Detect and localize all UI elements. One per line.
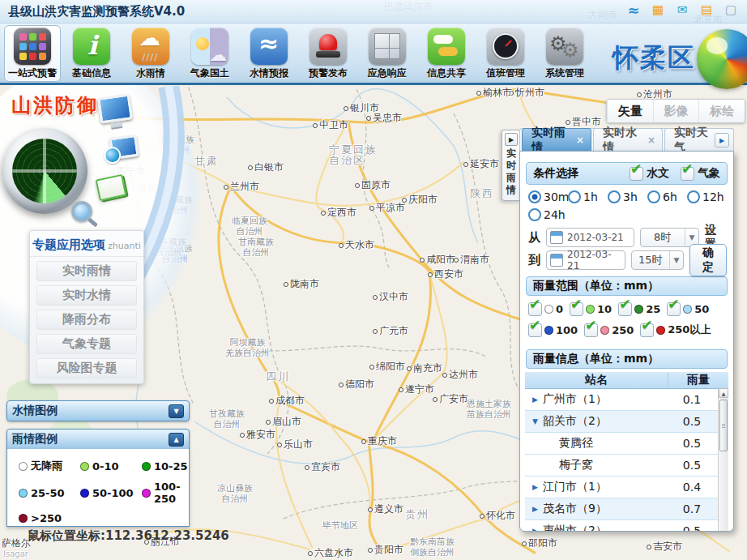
expand-arrow-icon[interactable]: ▶	[532, 395, 543, 404]
station-row[interactable]: ▼ 韶关市（2） 0.5	[525, 411, 728, 433]
rain-range-checkbox[interactable]: ✔50	[667, 301, 709, 317]
expand-arrow-icon[interactable]: ▶	[532, 527, 543, 532]
scroll-up-icon[interactable]: ▲	[719, 388, 728, 398]
map-label: 宁夏回族 自治区	[329, 144, 378, 165]
station-row[interactable]: 黄腾径 0.5	[525, 433, 728, 455]
confirm-button[interactable]: 确定	[689, 244, 727, 276]
checkbox-box[interactable]: ✔	[640, 323, 654, 337]
from-date-input[interactable]: 2012-03-21	[546, 228, 634, 247]
map-type-option[interactable]: 影像	[653, 100, 699, 122]
panel-tab[interactable]: 实时水情×	[593, 128, 663, 151]
dropdown-arrow-icon[interactable]: ▼	[669, 251, 683, 269]
rain-range-checkbox[interactable]: ✔0	[528, 301, 563, 317]
topic-menu-item[interactable]: 风险图专题	[36, 358, 137, 378]
panel-collapse-tab[interactable]: ▶ 实时雨情	[502, 130, 520, 201]
condition-checkbox[interactable]: ✔水文	[630, 166, 669, 181]
station-row[interactable]: ▶ 惠州市（2） 0.5	[525, 520, 728, 532]
rain-range-checkbox[interactable]: ✔250以上	[640, 322, 711, 338]
map-label: 庆阳市	[402, 195, 438, 205]
map-label: 吉安市	[647, 541, 682, 552]
toolbar-button[interactable]: 系统管理	[536, 25, 593, 82]
collapse-down-icon[interactable]: ▼	[169, 404, 184, 418]
tab-scroll-right-icon[interactable]: ▶	[715, 133, 729, 147]
map-type-option[interactable]: 矢量	[607, 100, 653, 122]
monitor-icon[interactable]	[97, 93, 133, 123]
globe-computer-icon[interactable]	[109, 135, 139, 160]
duration-radio[interactable]: 3h	[608, 189, 647, 205]
duration-radio[interactable]: 30min	[528, 189, 568, 205]
duration-radio[interactable]: 1h	[568, 189, 608, 205]
station-row[interactable]: ▶ 茂名市（9） 0.7	[525, 498, 728, 520]
topic-menu-header: 专题应用选项zhuanti	[30, 234, 143, 257]
map-type-option[interactable]: 标绘	[698, 100, 745, 122]
toolbar-button[interactable]: 值班管理	[477, 25, 534, 82]
rain-range-section-bar: 雨量范围（单位：mm）	[526, 276, 728, 296]
toolbar-button[interactable]: 水情预报	[241, 25, 297, 82]
magnifier-icon[interactable]	[71, 201, 92, 222]
expand-arrow-icon[interactable]: ▼	[532, 417, 543, 425]
condition-checkbox[interactable]: ✔气象	[681, 166, 720, 181]
checkbox-box[interactable]: ✔	[528, 323, 542, 337]
checkbox-box[interactable]: ✔	[528, 302, 542, 316]
toolbar-button[interactable]: 信息共享	[418, 25, 475, 82]
checkbox-box[interactable]: ✔	[681, 167, 694, 181]
tab-close-icon[interactable]: ×	[576, 135, 584, 146]
water-legend-header[interactable]: 水情图例 ▼	[6, 400, 190, 421]
radio-icon	[608, 190, 621, 203]
map-label: 忻州市	[509, 88, 544, 98]
rain-legend-header[interactable]: 雨情图例 ▲	[6, 429, 190, 450]
radio-label: 12h	[702, 190, 724, 203]
toolbar-button[interactable]: 预警发布	[300, 25, 356, 82]
titlebar-icon[interactable]	[698, 2, 715, 17]
titlebar-icon[interactable]	[723, 2, 739, 17]
map-label: 毕节地区	[322, 520, 358, 531]
map-label: 中卫市	[313, 120, 348, 130]
rain-range-checkbox[interactable]: ✔25	[618, 301, 660, 317]
rain-range-checkbox[interactable]: ✔100	[528, 322, 578, 338]
topic-menu-item[interactable]: 实时雨情	[36, 261, 137, 281]
checkbox-box[interactable]: ✔	[570, 302, 583, 316]
panel-tab[interactable]: 实时雨情×	[522, 128, 591, 151]
toolbar-button[interactable]: 气象国土	[181, 25, 238, 82]
topic-menu-item[interactable]: 实时水情	[36, 285, 137, 306]
to-hour-select[interactable]: 15时▼	[631, 250, 684, 270]
rain-range-checkbox[interactable]: ✔250	[584, 322, 634, 338]
map-label: 吴忠市	[366, 113, 402, 123]
expand-arrow-icon[interactable]: ▶	[505, 133, 518, 146]
map-label: 西安市	[428, 269, 463, 280]
duration-radio[interactable]: 24h	[528, 207, 568, 223]
rainfall-value: 0.1	[668, 393, 715, 406]
scrollbar-thumb[interactable]	[719, 400, 728, 451]
expand-arrow-icon[interactable]: ▶	[532, 483, 543, 491]
station-row[interactable]: ▶ 广州市（1） 0.1	[525, 389, 728, 411]
checkbox-box[interactable]: ✔	[618, 302, 632, 316]
checkbox-box[interactable]: ✔	[584, 323, 598, 337]
table-scrollbar[interactable]: ▲ ▼	[718, 388, 728, 532]
legend-item: 无降雨	[19, 459, 80, 473]
rain-range-checkbox[interactable]: ✔10	[570, 301, 612, 317]
to-date-input[interactable]: 2012-03-21	[546, 250, 625, 270]
toolbar-button[interactable]: 应急响应	[359, 25, 416, 82]
rainfall-value: 0.5	[668, 437, 715, 450]
duration-radio[interactable]: 6h	[647, 189, 687, 205]
topic-menu-item[interactable]: 降雨分布	[36, 310, 137, 330]
topic-menu-item[interactable]: 气象专题	[36, 334, 137, 354]
calendar-icon[interactable]	[550, 254, 563, 267]
toolbar-button[interactable]: 一站式预警	[4, 25, 61, 82]
titlebar-icon[interactable]	[625, 2, 642, 17]
duration-radio[interactable]: 12h	[687, 189, 727, 205]
expand-arrow-icon[interactable]: ▶	[532, 505, 543, 513]
legend-color-dot	[142, 489, 151, 498]
tab-close-icon[interactable]: ×	[647, 135, 655, 146]
titlebar-icon[interactable]	[650, 2, 666, 17]
collapse-up-icon[interactable]: ▲	[169, 433, 184, 447]
calendar-icon[interactable]	[550, 231, 563, 244]
toolbar-button[interactable]: 基础信息	[63, 25, 120, 82]
city-dot-icon	[269, 399, 274, 404]
checkbox-box[interactable]: ✔	[630, 167, 643, 181]
toolbar-button[interactable]: 水雨情	[122, 25, 179, 82]
checkbox-box[interactable]: ✔	[667, 302, 681, 316]
station-row[interactable]: ▶ 江门市（1） 0.4	[525, 477, 728, 498]
station-row[interactable]: 梅子窝 0.5	[525, 455, 728, 477]
titlebar-icon[interactable]	[674, 2, 690, 17]
